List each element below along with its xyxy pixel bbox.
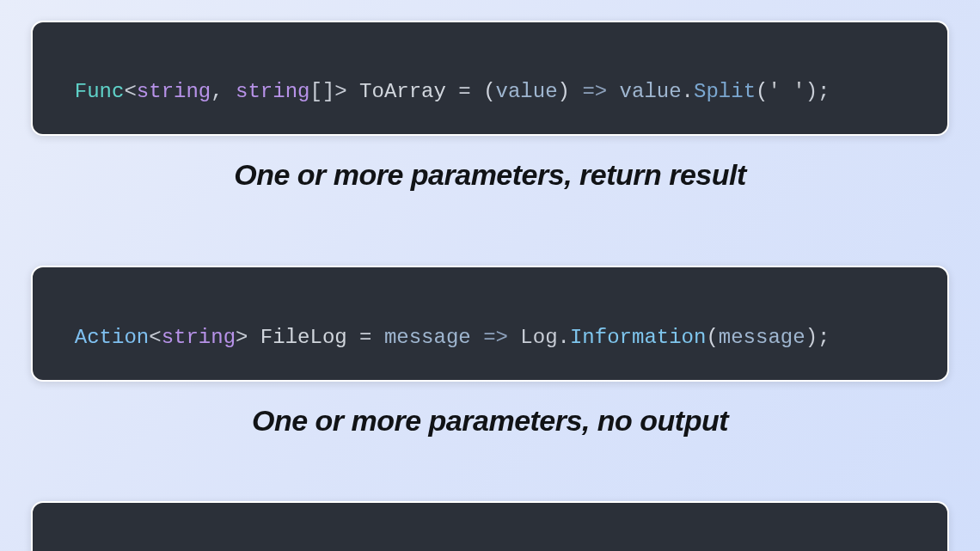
token-paren-open: (	[483, 80, 495, 103]
token-brackets: []	[309, 80, 334, 103]
token-arrow: =>	[582, 80, 619, 103]
token-dot: .	[682, 80, 694, 103]
token-string-space: ' '	[768, 80, 805, 103]
token-param-value: value	[496, 80, 558, 103]
token-paren-close: )	[558, 80, 583, 103]
token-method-information: Information	[570, 326, 706, 349]
code-block-action: Action<string> FileLog = message => Log.…	[31, 266, 949, 381]
token-var-name: FileLog	[248, 326, 359, 349]
caption-func: One or more parameters, return result	[31, 158, 949, 192]
token-type-action: Action	[75, 326, 149, 349]
token-var-name: ToArray	[347, 80, 459, 103]
spacer	[31, 192, 949, 266]
token-comma: ,	[211, 80, 236, 103]
token-method-split: Split	[694, 80, 756, 103]
token-angle-open: <	[149, 326, 161, 349]
token-generic-string-array: string	[236, 80, 309, 103]
token-generic-string: string	[137, 80, 211, 103]
token-type-func: Func	[75, 80, 125, 103]
spacer	[31, 438, 949, 501]
code-block-partial	[31, 501, 949, 551]
token-angle-open: <	[124, 80, 136, 103]
token-close-semicolon: );	[805, 326, 830, 349]
token-angle-close: >	[236, 326, 248, 349]
token-paren-open: (	[756, 80, 768, 103]
token-param-message: message	[384, 326, 471, 349]
token-generic-string: string	[162, 326, 236, 349]
token-obj-value: value	[620, 80, 682, 103]
caption-action: One or more parameters, no output	[31, 404, 949, 438]
token-equals: =	[359, 326, 384, 349]
token-equals: =	[458, 80, 483, 103]
token-paren-open: (	[706, 326, 718, 349]
token-close-semicolon: );	[805, 80, 830, 103]
token-arrow: =>	[471, 326, 521, 349]
token-angle-close: >	[334, 80, 346, 103]
code-block-func: Func<string, string[]> ToArray = (value)…	[31, 21, 949, 136]
token-arg-message: message	[719, 326, 805, 349]
token-obj-log: Log	[520, 326, 557, 349]
token-dot: .	[558, 326, 570, 349]
